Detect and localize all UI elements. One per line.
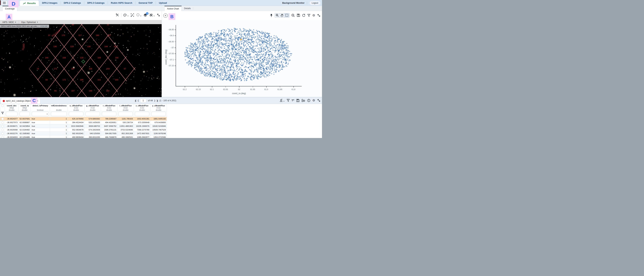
chevron-down-icon: ▼: [140, 15, 142, 17]
pan-hand-icon[interactable]: [280, 13, 284, 17]
palette-icon[interactable]: ▼: [123, 13, 129, 17]
table-row[interactable]: -36.903227662.1585982true1582.9533341545…: [0, 132, 167, 135]
nav-tab-results[interactable]: Results: [20, 0, 39, 6]
filter-icon[interactable]: [286, 99, 290, 102]
y-tick-label: −37: [166, 46, 174, 49]
row-checkbox[interactable]: [2, 129, 4, 131]
column-header-detect_isPrimary[interactable]: detect_isPrimary boolean: [31, 104, 50, 111]
moc-tile-number: 26: [114, 45, 116, 48]
gear-icon[interactable]: ⚙: [312, 99, 315, 102]
y-tick: [174, 60, 176, 60]
row-checkbox[interactable]: [2, 125, 4, 127]
prev-page-button[interactable]: ⟨: [138, 99, 138, 102]
info-icon[interactable]: [307, 99, 310, 102]
add-chart-button[interactable]: +: [163, 13, 168, 18]
pin-icon[interactable]: [270, 14, 273, 17]
scatter-chart[interactable]: 62.262.1562.162.056261.9561.961.8561.8 −…: [162, 20, 322, 97]
filter-input-z_cModelFlux[interactable]: [135, 112, 149, 116]
gear-icon[interactable]: ⚙: [312, 14, 315, 17]
hamburger-menu-button[interactable]: [2, 0, 7, 5]
zoom-1x-icon[interactable]: 1X: [291, 14, 295, 17]
x-tick-label: 62.15: [196, 88, 201, 90]
projection-dropdown[interactable]: Equ / Spherical▼: [19, 20, 41, 24]
last-page-button[interactable]: ⟩|: [157, 99, 158, 102]
chart-tabbar: Active Chart Details: [162, 6, 322, 11]
background-monitor-button[interactable]: Background Monitor: [282, 1, 304, 4]
save-icon[interactable]: [297, 14, 300, 17]
chevron-down-icon: ▼: [154, 15, 155, 17]
coverage-sky-image[interactable]: 8822371731171803313612313814426144158129…: [0, 24, 162, 97]
expand-icon[interactable]: [157, 13, 160, 17]
filter-input-refExtendedness[interactable]: [51, 112, 67, 116]
table-row[interactable]: -36.902437762.0037681true1625.1679956574…: [0, 117, 167, 121]
column-header-coord_ra[interactable]: coord_ra(deg)double: [18, 104, 31, 111]
nav-tab-dp0-2-catalogs[interactable]: DP0.2 Catalogs: [61, 0, 84, 6]
table-row[interactable]: -36.903667162.0423854true13310.968284638…: [0, 124, 167, 128]
column-header-coord_dec[interactable]: coord_dec(deg)double: [5, 104, 18, 111]
inspect-icon[interactable]: ▼: [280, 99, 285, 102]
select-all-cell[interactable]: [0, 104, 5, 111]
filter-input-coord_dec[interactable]: [6, 112, 18, 116]
tools-icon[interactable]: [116, 13, 119, 17]
catalog-marker-square: [56, 33, 57, 34]
select-all-checkbox[interactable]: [2, 105, 4, 107]
lasso-select-icon[interactable]: ▼: [136, 13, 142, 17]
filter-input-y_cModelFlux[interactable]: [151, 112, 166, 116]
coverage-toolbar: A ▼: [0, 11, 162, 20]
add-column-icon[interactable]: [302, 99, 305, 102]
column-header-r_cModelFlux[interactable]: r_cModelFlux(nJy)double: [101, 104, 118, 111]
nav-tab-rubin-hips-search[interactable]: Rubin HiPS Search: [108, 0, 135, 6]
logout-button[interactable]: Logout: [310, 1, 320, 5]
recenter-icon[interactable]: [130, 13, 134, 17]
save-icon[interactable]: [296, 99, 300, 102]
first-page-button[interactable]: |⟨: [135, 99, 136, 102]
column-header-u_cModelFlux[interactable]: u_cModelFlux(nJy)double: [68, 104, 84, 111]
filter-input-coord_ra[interactable]: [20, 112, 30, 116]
row-checkbox[interactable]: [2, 118, 4, 120]
table-row[interactable]: -36.902797362.0088887true1384.4524434533…: [0, 121, 167, 124]
row-checkbox[interactable]: [2, 121, 4, 124]
box-select-icon[interactable]: [284, 13, 289, 17]
tab-active-chart[interactable]: Active Chart: [164, 6, 182, 11]
nav-tab-upload[interactable]: Upload: [156, 0, 170, 6]
restore-icon[interactable]: [302, 14, 305, 17]
row-checkbox[interactable]: [2, 133, 4, 135]
layers-count-badge: 5: [146, 12, 148, 15]
top-navigation-bar: D ResultsDP0.2 ImagesDP0.2 CatalogsDP0.3…: [0, 0, 322, 6]
next-page-button[interactable]: ⟩: [154, 99, 155, 102]
column-header-i_cModelFlux[interactable]: i_cModelFlux(nJy)double: [118, 104, 134, 111]
x-tick: [280, 86, 280, 87]
layers-icon[interactable]: 5: [144, 13, 147, 17]
column-header-refExtendedness[interactable]: refExtendedness double: [50, 104, 68, 111]
nav-tab-general-tap[interactable]: General TAP: [135, 0, 156, 6]
hips-moc-dropdown[interactable]: HiPS / MOC▼: [0, 20, 19, 24]
filter-input-i_cModelFlux[interactable]: [118, 112, 133, 116]
filter-input-u_cModelFlux[interactable]: [69, 112, 84, 116]
table-header-row: coord_dec(deg)doublecoord_ra(deg)doubled…: [0, 104, 167, 111]
filter-input-g_cModelFlux[interactable]: [85, 112, 100, 116]
page-number-input[interactable]: [140, 99, 146, 103]
nav-tab-dp0-2-images[interactable]: DP0.2 Images: [39, 0, 61, 6]
expand-icon[interactable]: [317, 14, 320, 17]
unlink-icon[interactable]: ▼: [149, 13, 155, 17]
table-toolbar-icons: ▼ TT: [280, 99, 320, 102]
filter-toggle-cell[interactable]: [0, 111, 5, 117]
nav-tab-label: DP0.2 Catalogs: [64, 1, 81, 4]
nav-tab-dp0-3-catalogs[interactable]: DP0.3 Catalogs: [84, 0, 108, 6]
moc-tile-number: 136: [53, 45, 56, 48]
filter-input-r_cModelFlux[interactable]: [102, 112, 116, 116]
expand-icon[interactable]: [317, 99, 320, 102]
row-checkbox[interactable]: [2, 136, 4, 138]
tab-details[interactable]: Details: [182, 6, 193, 11]
column-header-y_cModelFlux[interactable]: y_cModelFlux(nJy)double: [150, 104, 167, 111]
column-header-z_cModelFlux[interactable]: z_cModelFlux(nJy)double: [134, 104, 150, 111]
table-row[interactable]: -36.902909862.0184482true1552.0834678674…: [0, 128, 167, 132]
table-row[interactable]: -36.903400362.1204486true1493.9839434390…: [0, 135, 167, 138]
zoom-in-icon[interactable]: [275, 13, 280, 17]
filter-icon[interactable]: [307, 14, 310, 17]
text-view-icon[interactable]: TT: [292, 99, 294, 102]
filter-input-detect_isPrimary[interactable]: ▼: [32, 112, 49, 116]
column-header-g_cModelFlux[interactable]: g_cModelFlux(nJy)double: [84, 104, 101, 111]
catalog-marker-square: [23, 44, 24, 45]
cell-r_cModelFlux: 466.7668878: [101, 135, 118, 138]
